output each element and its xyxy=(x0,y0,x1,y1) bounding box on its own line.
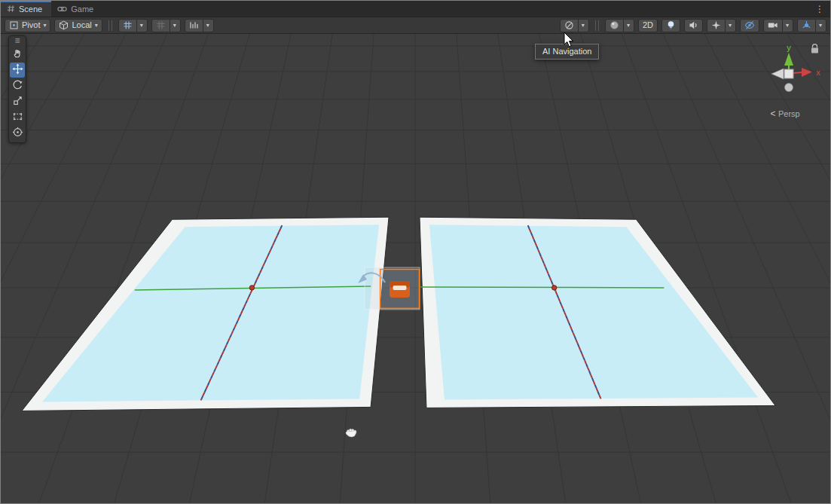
draw-mode-dropdown[interactable]: ▾ xyxy=(605,19,634,32)
scene-viewport[interactable]: ≡ xyxy=(1,34,830,503)
axis-x-label: x xyxy=(816,68,820,77)
navmesh-link-object[interactable] xyxy=(358,267,420,310)
shaded-sphere-icon xyxy=(610,20,619,30)
transform-tool-button[interactable] xyxy=(10,126,25,141)
rect-tool-icon xyxy=(12,111,23,124)
tab-overflow-menu-icon[interactable]: ⋮ xyxy=(813,1,826,17)
dropdown-arrow-icon[interactable]: ▾ xyxy=(815,20,822,32)
dropdown-arrow-icon[interactable]: ▾ xyxy=(136,20,143,32)
axis-x-cone[interactable] xyxy=(802,68,812,77)
link-line-right[interactable] xyxy=(420,287,664,288)
eye-slash-icon xyxy=(744,20,755,30)
dropdown-arrow-icon[interactable]: ▾ xyxy=(170,20,176,32)
rect-tool-button[interactable] xyxy=(10,110,25,125)
tools-overlay: ≡ xyxy=(8,35,26,143)
pivot-label: Pivot xyxy=(22,21,40,29)
grid-snapping-toggle[interactable]: ▾ xyxy=(118,19,148,32)
view-tool-button[interactable] xyxy=(10,47,25,62)
scene-toolbar: Pivot ▾ Local ▾ ▾ ▾ ▾ xyxy=(1,17,830,34)
snap-increment-button[interactable]: ▾ xyxy=(185,19,214,32)
hand-gizmo[interactable] xyxy=(346,429,356,437)
toolbar-separator xyxy=(595,20,599,31)
dropdown-arrow-icon[interactable]: ▾ xyxy=(203,20,209,32)
dropdown-arrow-icon[interactable]: ▾ xyxy=(623,20,630,32)
pivot-mode-dropdown[interactable]: Pivot ▾ xyxy=(5,19,50,32)
dropdown-arrow-icon[interactable]: ▾ xyxy=(782,20,789,32)
scene-audio-toggle[interactable] xyxy=(684,19,703,32)
tab-scene[interactable]: Scene xyxy=(1,1,51,17)
transform-tool-icon xyxy=(12,127,23,140)
toolbar-right-group: ▾ ▾ 2D xyxy=(560,19,826,32)
tab-game[interactable]: Game xyxy=(51,1,102,17)
scene-visibility-toggle[interactable] xyxy=(740,19,759,32)
scale-tool-button[interactable] xyxy=(10,94,25,109)
left-court[interactable] xyxy=(22,217,389,411)
dropdown-arrow-icon[interactable]: ▾ xyxy=(725,20,732,32)
mouse-cursor xyxy=(563,32,576,50)
camera-icon xyxy=(768,20,778,30)
overlay-visibility-toggle[interactable]: ▾ xyxy=(560,19,589,32)
2d-label: 2D xyxy=(643,21,653,29)
unity-scene-view-window: Scene Game ⋮ Pivot ▾ Local ▾ xyxy=(0,0,831,504)
scene-lighting-toggle[interactable] xyxy=(661,19,680,32)
navmesh-link-icon xyxy=(390,281,410,298)
snap-increment-icon xyxy=(189,20,199,30)
scene-grid-icon xyxy=(7,5,15,13)
axis-x-stem xyxy=(793,72,802,73)
scene-effects-dropdown[interactable]: ▾ xyxy=(707,19,736,32)
handle-rotation-dropdown[interactable]: Local ▾ xyxy=(54,19,102,32)
lightbulb-icon xyxy=(666,20,676,30)
rotate-tool-button[interactable] xyxy=(10,78,25,93)
tab-game-label: Game xyxy=(71,5,93,14)
circle-slash-icon xyxy=(564,20,574,30)
gizmos-icon xyxy=(802,20,811,30)
move-tool-button[interactable] xyxy=(10,63,25,78)
grid-visibility-toggle[interactable]: ▾ xyxy=(151,19,181,32)
hand-tool-icon xyxy=(12,47,23,61)
link-endpoint-right[interactable] xyxy=(551,286,556,290)
grid-snap-icon xyxy=(123,20,133,30)
link-endpoint-left[interactable] xyxy=(249,286,254,290)
pivot-icon xyxy=(9,20,19,30)
rotate-tool-icon xyxy=(12,79,23,93)
persp-chevron-icon[interactable]: < xyxy=(770,108,775,119)
projection-label[interactable]: Persp xyxy=(778,109,800,118)
axis-negx-cone[interactable] xyxy=(771,69,784,79)
grid-dim-icon xyxy=(156,20,166,30)
gizmos-dropdown[interactable]: ▾ xyxy=(797,19,826,32)
axis-y-cone[interactable] xyxy=(784,53,793,66)
gizmo-center-cube[interactable] xyxy=(784,69,793,78)
sparkle-icon xyxy=(711,20,721,30)
scale-tool-icon xyxy=(12,95,23,108)
toolbar-separator xyxy=(108,20,112,31)
overlay-drag-handle[interactable]: ≡ xyxy=(14,37,20,46)
lock-icon[interactable] xyxy=(810,43,820,54)
speaker-icon xyxy=(689,20,698,30)
axis-y-label: y xyxy=(787,43,791,52)
dropdown-arrow-icon: ▾ xyxy=(95,23,98,29)
gamepad-icon xyxy=(57,5,67,13)
scene-canvas[interactable] xyxy=(1,34,830,503)
dropdown-arrow-icon: ▾ xyxy=(43,23,46,29)
dropdown-arrow-icon[interactable]: ▾ xyxy=(578,20,585,32)
local-cube-icon xyxy=(59,20,69,30)
axis-negy-ball[interactable] xyxy=(785,84,793,92)
tab-bar: Scene Game ⋮ xyxy=(1,1,830,17)
tab-scene-label: Scene xyxy=(19,5,42,14)
scene-camera-dropdown[interactable]: ▾ xyxy=(763,19,793,32)
move-tool-icon xyxy=(12,63,23,77)
local-label: Local xyxy=(72,21,91,29)
2d-view-toggle[interactable]: 2D xyxy=(638,19,658,32)
